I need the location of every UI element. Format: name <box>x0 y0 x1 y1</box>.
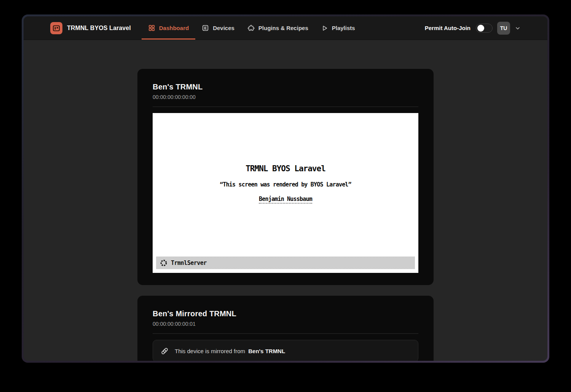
nav-plugins[interactable]: Plugins & Recipes <box>241 16 315 40</box>
auto-join-toggle[interactable] <box>476 24 493 33</box>
puzzle-icon <box>247 24 255 32</box>
screen-author-link: Benjamin Nussbaum <box>259 196 312 204</box>
nav-devices[interactable]: Devices <box>195 16 241 40</box>
spinner-icon <box>160 259 167 267</box>
device-mac-address: 00:00:00:00:00:00 <box>153 94 418 100</box>
nav-playlists-label: Playlists <box>332 25 355 31</box>
mirror-source-device: Ben's TRMNL <box>248 348 285 354</box>
devices-icon <box>202 24 209 32</box>
device-card-mirrored: Ben's Mirrored TRMNL 00:00:00:00:00:01 <box>137 296 434 361</box>
nav-dashboard-label: Dashboard <box>159 25 189 31</box>
screen-title: TRMNL BYOS Laravel <box>153 113 418 173</box>
divider <box>153 107 418 107</box>
device-card-primary: Ben's TRMNL 00:00:00:00:00:00 TRMNL BYOS… <box>137 69 434 285</box>
toggle-knob <box>477 25 484 32</box>
dashboard-grid-icon <box>148 24 155 32</box>
device-mac-address: 00:00:00:00:00:01 <box>153 321 418 327</box>
avatar[interactable]: TU <box>497 22 510 35</box>
mirror-info-banner: This device is mirrored from Ben's TRMNL <box>153 340 418 361</box>
screen-status-bar: TrmnlServer <box>156 257 415 269</box>
nav-plugins-label: Plugins & Recipes <box>258 25 308 31</box>
topbar: TRMNL BYOS Laravel Dashboard <box>24 16 547 40</box>
screen-status-label: TrmnlServer <box>171 260 207 266</box>
chevron-down-icon[interactable] <box>515 25 521 31</box>
brand[interactable]: TRMNL BYOS Laravel <box>50 22 131 34</box>
divider <box>153 333 418 334</box>
main-nav: Dashboard Devices <box>142 16 362 40</box>
trmnl-logo-icon <box>50 22 62 34</box>
link-icon <box>160 347 169 355</box>
app-window-frame: TRMNL BYOS Laravel Dashboard <box>22 14 549 363</box>
screen-quote: “This screen was rendered by BYOS Larave… <box>153 181 418 188</box>
mirror-info-prefix: This device is mirrored from <box>175 348 245 354</box>
mirror-info-text: This device is mirrored from Ben's TRMNL <box>175 348 285 354</box>
play-icon <box>321 25 328 32</box>
device-name: Ben's TRMNL <box>153 83 418 91</box>
dashboard-content: Ben's TRMNL 00:00:00:00:00:00 TRMNL BYOS… <box>24 40 547 361</box>
app-title: TRMNL BYOS Laravel <box>67 25 131 32</box>
auto-join-label: Permit Auto-Join <box>425 25 471 31</box>
device-name: Ben's Mirrored TRMNL <box>153 309 418 318</box>
nav-devices-label: Devices <box>213 25 234 31</box>
nav-playlists[interactable]: Playlists <box>315 16 362 40</box>
app-window: TRMNL BYOS Laravel Dashboard <box>24 16 547 361</box>
device-screen-preview: TRMNL BYOS Laravel “This screen was rend… <box>153 113 418 273</box>
topbar-right: Permit Auto-Join TU <box>425 22 521 35</box>
nav-dashboard[interactable]: Dashboard <box>142 16 195 40</box>
